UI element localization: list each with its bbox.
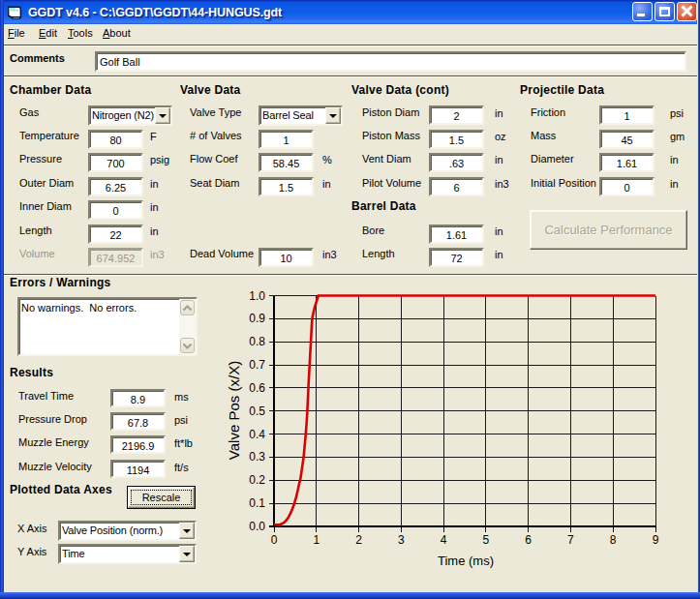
svg-text:5: 5 — [483, 533, 490, 547]
svg-text:3: 3 — [398, 533, 405, 547]
svg-text:8: 8 — [610, 533, 617, 547]
svg-text:7: 7 — [567, 533, 574, 547]
svg-text:6: 6 — [525, 533, 532, 547]
svg-text:Valve Pos (x/X): Valve Pos (x/X) — [226, 361, 242, 460]
svg-text:1.0: 1.0 — [249, 289, 265, 303]
svg-text:0.3: 0.3 — [249, 450, 265, 464]
svg-text:4: 4 — [441, 533, 447, 547]
svg-text:0.6: 0.6 — [249, 381, 265, 395]
svg-text:0.7: 0.7 — [249, 358, 265, 372]
svg-text:9: 9 — [653, 533, 659, 547]
svg-text:2: 2 — [355, 533, 362, 547]
svg-text:0.0: 0.0 — [249, 520, 265, 533]
svg-text:0.8: 0.8 — [249, 335, 265, 348]
svg-text:1: 1 — [313, 533, 320, 547]
svg-text:0.2: 0.2 — [249, 473, 265, 487]
svg-text:0: 0 — [271, 533, 278, 547]
svg-text:0.1: 0.1 — [249, 496, 265, 510]
svg-text:0.4: 0.4 — [249, 428, 265, 441]
svg-text:Time (ms): Time (ms) — [438, 554, 494, 568]
svg-text:0.5: 0.5 — [249, 404, 265, 418]
svg-text:0.9: 0.9 — [249, 312, 265, 325]
